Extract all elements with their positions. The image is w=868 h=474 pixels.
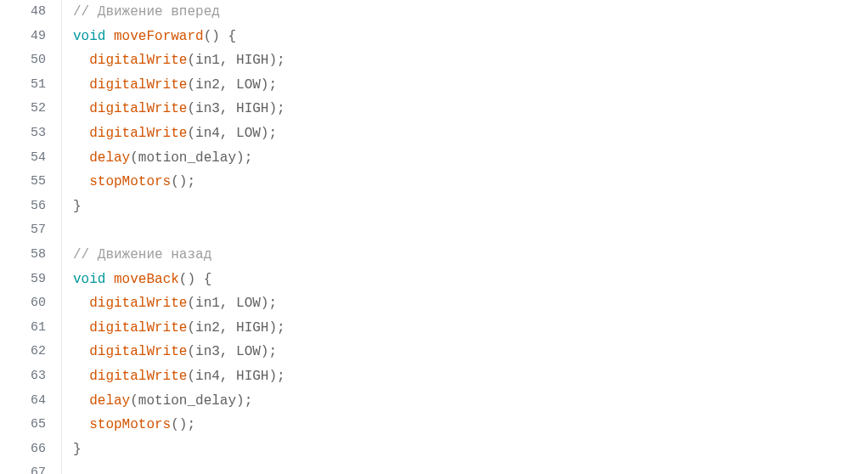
code-line[interactable]: } xyxy=(73,437,868,462)
code-line[interactable]: delay(motion_delay); xyxy=(73,389,868,414)
code-line[interactable]: digitalWrite(in3, LOW); xyxy=(73,340,868,364)
code-line[interactable]: stopMotors(); xyxy=(73,170,868,195)
line-number: 65 xyxy=(0,413,46,437)
code-line[interactable] xyxy=(73,218,868,243)
code-line[interactable]: digitalWrite(in4, HIGH); xyxy=(73,364,868,389)
line-number: 67 xyxy=(0,461,46,474)
code-line[interactable]: void moveForward() { xyxy=(73,25,868,49)
line-number: 64 xyxy=(0,389,46,414)
line-number: 54 xyxy=(0,146,46,171)
code-line[interactable]: stopMotors(); xyxy=(73,413,868,437)
line-number: 53 xyxy=(0,121,46,146)
code-line[interactable]: digitalWrite(in4, LOW); xyxy=(73,121,868,146)
indent-guide xyxy=(61,0,62,474)
code-line[interactable]: // Движение назад xyxy=(73,243,868,268)
code-line[interactable]: } xyxy=(73,195,868,219)
code-line[interactable]: digitalWrite(in2, HIGH); xyxy=(73,316,868,341)
line-number: 57 xyxy=(0,218,46,243)
line-number: 61 xyxy=(0,316,46,341)
code-line[interactable]: digitalWrite(in1, HIGH); xyxy=(73,48,868,73)
code-line[interactable]: digitalWrite(in3, HIGH); xyxy=(73,97,868,121)
code-line[interactable] xyxy=(73,461,868,474)
line-number: 55 xyxy=(0,170,46,195)
line-number: 59 xyxy=(0,268,46,292)
line-number: 50 xyxy=(0,48,46,73)
line-number: 58 xyxy=(0,243,46,268)
code-line[interactable]: digitalWrite(in2, LOW); xyxy=(73,73,868,98)
line-number: 63 xyxy=(0,364,46,389)
line-number: 60 xyxy=(0,291,46,316)
line-number: 62 xyxy=(0,340,46,364)
code-line[interactable]: delay(motion_delay); xyxy=(73,146,868,171)
line-number: 49 xyxy=(0,25,46,49)
code-line[interactable]: // Движение вперед xyxy=(73,0,868,25)
line-number-gutter: 4849505152535455565758596061626364656667 xyxy=(0,0,61,474)
code-line[interactable]: void moveBack() { xyxy=(73,268,868,292)
line-number: 48 xyxy=(0,0,46,25)
code-line[interactable]: digitalWrite(in1, LOW); xyxy=(73,291,868,316)
line-number: 52 xyxy=(0,97,46,121)
line-number: 51 xyxy=(0,73,46,98)
code-editor-area[interactable]: // Движение впередvoid moveForward() { d… xyxy=(61,0,868,474)
line-number: 66 xyxy=(0,437,46,462)
line-number: 56 xyxy=(0,195,46,219)
